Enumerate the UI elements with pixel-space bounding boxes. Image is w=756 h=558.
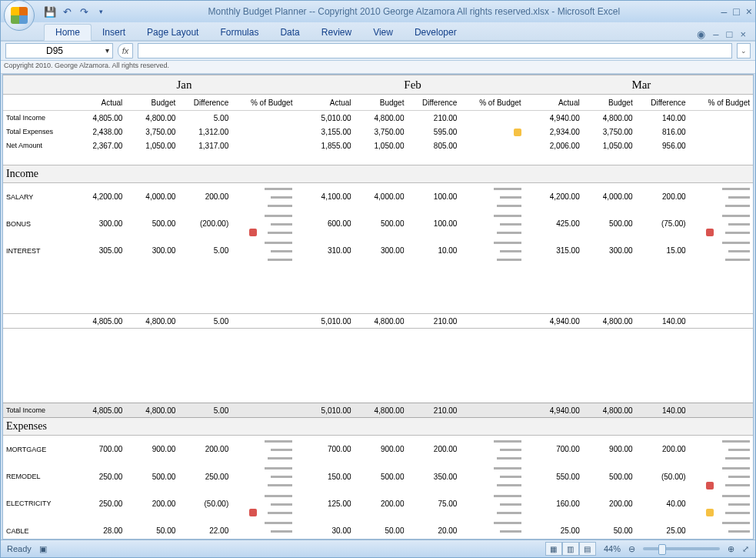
- cell-difference[interactable]: 5.00: [178, 237, 231, 264]
- cell-actual[interactable]: 2,367.00: [72, 139, 125, 152]
- cell-difference[interactable]: 350.00: [407, 463, 460, 490]
- cell-pct[interactable]: [689, 490, 753, 517]
- cell-budget[interactable]: 300.00: [583, 237, 636, 264]
- data-row[interactable]: SALARY4,200.004,000.00200.004,100.004,00…: [3, 183, 753, 211]
- cell-difference[interactable]: 805.00: [407, 139, 460, 152]
- office-button[interactable]: [4, 0, 35, 31]
- cell-difference[interactable]: 40.00: [636, 490, 689, 517]
- cell-difference[interactable]: 22.00: [178, 517, 231, 540]
- cell-budget[interactable]: 4,000.00: [355, 183, 408, 211]
- ribbon-close-icon[interactable]: ×: [740, 28, 746, 40]
- blank-row[interactable]: [3, 276, 753, 289]
- cell-difference[interactable]: (75.00): [636, 210, 689, 237]
- cell-actual[interactable]: 305.00: [72, 237, 125, 264]
- zoom-slider[interactable]: [643, 547, 720, 550]
- zoom-in-icon[interactable]: ⊕: [728, 544, 734, 554]
- cell-actual[interactable]: 700.00: [72, 436, 125, 463]
- data-row[interactable]: Total Expenses2,438.003,750.001,312.003,…: [3, 125, 753, 139]
- cell-pct[interactable]: [689, 237, 753, 264]
- cell-pct[interactable]: [231, 125, 295, 139]
- cell-budget[interactable]: 900.00: [125, 436, 178, 463]
- cell-difference[interactable]: 100.00: [407, 183, 460, 211]
- cell-budget[interactable]: 3,750.00: [355, 125, 408, 139]
- cell-actual[interactable]: 2,438.00: [72, 125, 125, 139]
- cell-pct[interactable]: [689, 183, 753, 211]
- data-row[interactable]: BONUS300.00500.00(200.00) 600.00500.0010…: [3, 210, 753, 237]
- formula-expand-icon[interactable]: ⌄: [737, 43, 751, 58]
- zoom-out-icon[interactable]: ⊖: [628, 544, 635, 554]
- cell-actual[interactable]: 30.00: [301, 517, 355, 540]
- cell-actual[interactable]: 700.00: [301, 436, 355, 463]
- cell-pct[interactable]: [460, 463, 524, 490]
- cell-budget[interactable]: 900.00: [355, 436, 408, 463]
- tab-insert[interactable]: Insert: [92, 25, 136, 40]
- tab-developer[interactable]: Developer: [404, 25, 468, 40]
- cell-difference[interactable]: 140.00: [636, 111, 689, 125]
- cell-budget[interactable]: 4,000.00: [583, 183, 636, 211]
- cell-actual[interactable]: 4,100.00: [301, 183, 355, 211]
- close-icon[interactable]: ×: [746, 5, 752, 18]
- cell-budget[interactable]: 4,800.00: [125, 111, 178, 125]
- cell-pct[interactable]: [689, 125, 753, 139]
- cell-budget[interactable]: 500.00: [355, 463, 408, 490]
- cell-pct[interactable]: [231, 463, 295, 490]
- cell-budget[interactable]: 500.00: [583, 210, 636, 237]
- data-row[interactable]: Net Amount2,367.001,050.001,317.001,855.…: [3, 139, 753, 152]
- cell-pct[interactable]: [231, 517, 295, 540]
- cell-pct[interactable]: [231, 139, 295, 152]
- cell-budget[interactable]: 4,800.00: [355, 111, 408, 125]
- cell-difference[interactable]: 15.00: [636, 237, 689, 264]
- cell-difference[interactable]: 100.00: [407, 210, 460, 237]
- blank-row[interactable]: [3, 301, 753, 314]
- undo-icon[interactable]: ↶: [61, 5, 73, 18]
- help-icon[interactable]: ◉: [697, 28, 705, 40]
- data-row[interactable]: ELECTRICITY250.00200.00(50.00) 125.00200…: [3, 490, 753, 517]
- qat-dropdown-icon[interactable]: ▾: [95, 5, 107, 18]
- data-row[interactable]: Total Income4,805.004,800.005.005,010.00…: [3, 111, 753, 125]
- cell-difference[interactable]: 595.00: [407, 125, 460, 139]
- cell-budget[interactable]: 50.00: [125, 517, 178, 540]
- cell-actual[interactable]: 315.00: [530, 237, 583, 264]
- cell-difference[interactable]: (50.00): [636, 463, 689, 490]
- cell-pct[interactable]: [460, 436, 524, 463]
- data-row[interactable]: MORTGAGE700.00900.00200.00700.00900.0020…: [3, 436, 753, 463]
- cell-actual[interactable]: 4,200.00: [72, 183, 125, 211]
- cell-budget[interactable]: 300.00: [355, 237, 408, 264]
- cell-difference[interactable]: 200.00: [636, 436, 689, 463]
- cell-actual[interactable]: 310.00: [301, 237, 355, 264]
- cell-difference[interactable]: 200.00: [178, 183, 231, 211]
- cell-pct[interactable]: [460, 237, 524, 264]
- cell-difference[interactable]: (200.00): [178, 210, 231, 237]
- tab-page-layout[interactable]: Page Layout: [136, 25, 209, 40]
- minimize-icon[interactable]: –: [721, 5, 728, 18]
- cell-budget[interactable]: 200.00: [355, 490, 408, 517]
- cell-difference[interactable]: 816.00: [636, 125, 689, 139]
- view-page-layout-icon[interactable]: ▥: [562, 542, 579, 556]
- cell-actual[interactable]: 4,200.00: [530, 183, 583, 211]
- cell-actual[interactable]: 3,155.00: [301, 125, 355, 139]
- cell-difference[interactable]: 5.00: [178, 111, 231, 125]
- cell-actual[interactable]: 2,934.00: [530, 125, 583, 139]
- cell-pct[interactable]: [689, 111, 753, 125]
- blank-row[interactable]: [3, 378, 753, 390]
- formula-input[interactable]: [138, 43, 732, 58]
- cell-difference[interactable]: 10.00: [407, 237, 460, 264]
- cell-budget[interactable]: 4,800.00: [583, 111, 636, 125]
- cell-actual[interactable]: 600.00: [301, 210, 355, 237]
- tab-data[interactable]: Data: [269, 25, 310, 40]
- fx-icon[interactable]: fx: [118, 43, 133, 58]
- cell-actual[interactable]: 250.00: [72, 490, 125, 517]
- cell-pct[interactable]: [231, 490, 295, 517]
- cell-difference[interactable]: 200.00: [636, 183, 689, 211]
- blank-row[interactable]: [3, 341, 753, 353]
- cell-actual[interactable]: 150.00: [301, 463, 355, 490]
- cell-actual[interactable]: 125.00: [301, 490, 355, 517]
- zoom-fit-icon[interactable]: ⤢: [742, 544, 749, 554]
- cell-difference[interactable]: 210.00: [407, 111, 460, 125]
- cell-difference[interactable]: 20.00: [407, 517, 460, 540]
- cell-actual[interactable]: 550.00: [530, 463, 583, 490]
- redo-icon[interactable]: ↷: [78, 5, 90, 18]
- worksheet[interactable]: JanFebMarActualBudgetDifference% of Budg…: [2, 74, 754, 540]
- save-icon[interactable]: 💾: [44, 5, 56, 18]
- view-page-break-icon[interactable]: ▤: [579, 542, 596, 556]
